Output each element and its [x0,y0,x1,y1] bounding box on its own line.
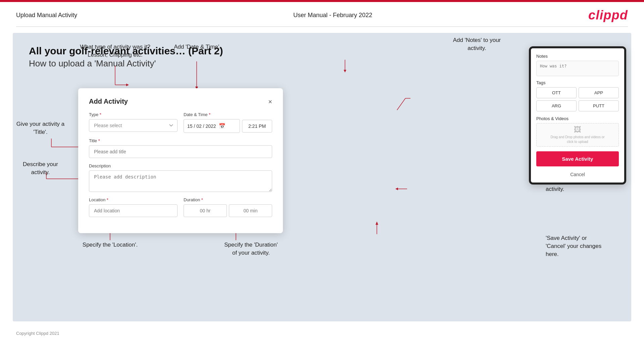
upload-icon: 🖼 [574,125,581,134]
phone-frame: Notes Tags OTT APP ARG PUTT Photos & Vid… [529,46,626,185]
location-group: Location * [89,197,178,217]
add-activity-dialog: Add Activity × Type * Please select Date… [78,88,283,233]
type-group: Type * Please select [89,112,178,133]
dialog-title: Add Activity [89,98,128,105]
date-input[interactable]: 15 / 02 / 2022 📅 [184,119,240,133]
phone-notes-textarea[interactable] [536,61,619,76]
callout-activity-type: What type of activity was it? Lesson, Ch… [78,43,152,59]
title-group: Title * [89,138,272,158]
svg-marker-2 [126,84,129,86]
header: Upload Manual Activity User Manual - Feb… [0,2,644,27]
header-divider [16,27,628,27]
datetime-label: Date & Time * [184,112,272,117]
svg-marker-24 [376,221,378,225]
header-center: User Manual - February 2022 [293,12,372,19]
phone-inner: Notes Tags OTT APP ARG PUTT Photos & Vid… [531,48,624,183]
duration-group: Duration * [184,197,272,217]
calendar-icon: 📅 [219,123,226,129]
type-label: Type * [89,112,178,117]
datetime-group: Date & Time * 15 / 02 / 2022 📅 2:21 PM [184,112,272,133]
tag-ott[interactable]: OTT [536,87,577,98]
phone-tags-label: Tags [536,80,619,85]
phone-tags-grid: OTT APP ARG PUTT [536,87,619,111]
type-datetime-row: Type * Please select Date & Time * 15 / … [89,112,272,133]
main-content: All your golf-relevant activities… (Part… [13,33,631,321]
svg-marker-18 [344,70,346,72]
svg-line-20 [397,98,405,110]
time-input[interactable]: 2:21 PM [242,120,272,133]
callout-save: 'Save Activity' or 'Cancel' your changes… [546,234,628,258]
cancel-button[interactable]: Cancel [536,169,619,180]
duration-min-input[interactable] [229,204,272,217]
logo: clippd [588,8,628,22]
tag-arg[interactable]: ARG [536,100,577,111]
header-left: Upload Manual Activity [16,12,77,19]
callout-description: Describe your activity. [16,160,65,176]
location-duration-row: Location * Duration * [89,197,272,217]
copyright: Copyright Clippd 2021 [16,331,59,336]
footer: Copyright Clippd 2021 [0,327,644,339]
title-input[interactable] [89,145,272,158]
tag-putt[interactable]: PUTT [579,100,619,111]
description-textarea[interactable] [89,170,272,192]
title-label: Title * [89,138,272,143]
callout-title: Give your activity a 'Title'. [16,120,65,136]
description-group: Description [89,163,272,192]
phone-photos-text: Drag and Drop photos and videos or click… [550,135,604,144]
close-button[interactable]: × [268,98,272,105]
tag-app[interactable]: APP [579,87,619,98]
date-value: 15 / 02 / 2022 [187,123,216,129]
callout-duration: Specify the 'Duration' of your activity. [207,241,295,257]
callout-location: Specify the 'Location'. [80,241,140,249]
dialog-header: Add Activity × [89,98,272,105]
duration-hr-input[interactable] [184,204,227,217]
phone-photos-label: Photos & Videos [536,116,619,121]
type-select[interactable]: Please select [89,119,178,132]
description-label: Description [89,163,272,168]
location-label: Location * [89,197,178,202]
save-activity-button[interactable]: Save Activity [536,151,619,166]
callout-datetime: Add 'Date & Time'. [164,43,231,51]
phone-mockup: Notes Tags OTT APP ARG PUTT Photos & Vid… [524,46,631,214]
duration-inputs [184,204,272,217]
callout-notes: Add 'Notes' to your activity. [440,36,514,52]
phone-notes-label: Notes [536,54,619,59]
duration-label: Duration * [184,197,272,202]
date-time-inputs: 15 / 02 / 2022 📅 2:21 PM [184,119,272,133]
svg-marker-22 [395,188,398,190]
location-input[interactable] [89,204,178,217]
phone-photos-dropzone[interactable]: 🖼 Drag and Drop photos and videos or cli… [536,123,619,147]
